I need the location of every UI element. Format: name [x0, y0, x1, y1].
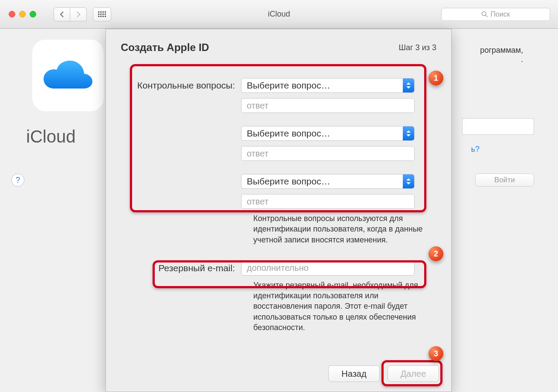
- bg-password-field[interactable]: [462, 118, 534, 135]
- input-placeholder: ответ: [247, 149, 269, 159]
- nav-forward-button[interactable]: [70, 7, 87, 21]
- bg-login-button[interactable]: Войти: [475, 174, 534, 187]
- svg-line-1: [486, 15, 487, 17]
- back-button[interactable]: Назад: [328, 365, 380, 382]
- close-window-button[interactable]: [9, 11, 15, 17]
- chevron-up-down-icon: [403, 78, 414, 92]
- security-answer-1-input[interactable]: ответ: [241, 98, 415, 113]
- rescue-email-label: Резервный e-mail:: [123, 263, 241, 273]
- input-placeholder: дополнительно: [247, 263, 309, 273]
- rescue-email-input[interactable]: дополнительно: [241, 261, 415, 276]
- help-button[interactable]: ?: [11, 174, 24, 187]
- search-placeholder: Поиск: [490, 10, 510, 18]
- icloud-label: iCloud: [26, 127, 75, 147]
- select-value: Выберите вопрос…: [247, 128, 330, 139]
- security-question-3-select[interactable]: Выберите вопрос…: [241, 174, 415, 189]
- select-value: Выберите вопрос…: [247, 176, 330, 187]
- grid-icon: [98, 11, 106, 17]
- cloud-icon: [42, 58, 94, 93]
- search-icon: [481, 11, 488, 17]
- svg-point-0: [482, 11, 486, 15]
- sheet-footer: Назад Далее: [328, 365, 439, 382]
- bg-forgot-link[interactable]: ь?: [471, 145, 480, 154]
- callout-marker-2: 2: [429, 246, 443, 261]
- step-indicator: Шаг 3 из 3: [399, 43, 436, 52]
- titlebar: iCloud Поиск: [0, 0, 558, 29]
- show-all-prefs-button[interactable]: [93, 7, 111, 21]
- form-area: Контрольные вопросы: Выберите вопрос… от…: [106, 61, 451, 334]
- input-placeholder: ответ: [247, 197, 269, 207]
- chevron-up-down-icon: [403, 126, 414, 140]
- nav-back-forward: [54, 7, 87, 21]
- input-placeholder: ответ: [247, 101, 269, 111]
- callout-marker-3: 3: [429, 346, 443, 361]
- icloud-app-icon: [32, 40, 104, 111]
- traffic-lights: [0, 11, 36, 17]
- sheet-header: Создать Apple ID Шаг 3 из 3: [106, 29, 451, 61]
- toolbar-search: Поиск: [441, 8, 550, 21]
- create-apple-id-sheet: Создать Apple ID Шаг 3 из 3 Контрольные …: [105, 29, 452, 392]
- sheet-title: Создать Apple ID: [121, 41, 209, 54]
- security-answer-2-input[interactable]: ответ: [241, 146, 415, 161]
- rescue-help-text: Укажите резервный e-mail, необходимый дл…: [253, 280, 428, 333]
- bg-truncated-text: рограммам, .: [480, 46, 523, 64]
- security-answer-3-input[interactable]: ответ: [241, 194, 415, 209]
- security-questions-label: Контрольные вопросы:: [123, 80, 241, 91]
- security-help-text: Контрольные вопросы используются для иде…: [253, 213, 428, 245]
- callout-marker-1: 1: [429, 71, 443, 85]
- security-question-1-select[interactable]: Выберите вопрос…: [241, 78, 415, 93]
- zoom-window-button[interactable]: [30, 11, 36, 17]
- question-icon: ?: [16, 176, 20, 185]
- minimize-window-button[interactable]: [19, 11, 26, 17]
- select-value: Выберите вопрос…: [247, 80, 330, 91]
- next-button[interactable]: Далее: [388, 365, 439, 382]
- search-input[interactable]: Поиск: [441, 8, 550, 21]
- security-question-2-select[interactable]: Выберите вопрос…: [241, 126, 415, 141]
- chevron-up-down-icon: [403, 174, 414, 188]
- nav-back-button[interactable]: [54, 7, 70, 21]
